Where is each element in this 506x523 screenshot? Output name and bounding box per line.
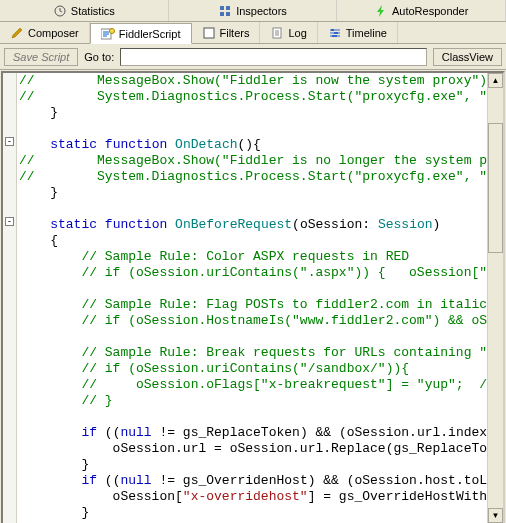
tab-fiddlerscript[interactable]: FiddlerScript	[90, 23, 192, 44]
timeline-icon	[328, 26, 342, 40]
clock-icon	[53, 4, 67, 18]
scroll-up-button[interactable]: ▲	[488, 73, 503, 88]
script-icon	[101, 27, 115, 41]
save-script-button[interactable]: Save Script	[4, 48, 78, 66]
svg-rect-4	[226, 12, 230, 16]
bolt-icon	[374, 4, 388, 18]
svg-rect-3	[220, 12, 224, 16]
pencil-icon	[10, 26, 24, 40]
tab-log[interactable]: Log	[260, 22, 317, 43]
tab-label: FiddlerScript	[119, 28, 181, 40]
fold-gutter: --	[3, 73, 17, 523]
tab-row-1: Statistics Inspectors AutoResponder	[0, 0, 506, 22]
tab-label: Statistics	[71, 5, 115, 17]
tab-filters[interactable]: Filters	[192, 22, 261, 43]
classview-button[interactable]: ClassView	[433, 48, 502, 66]
checkbox-icon	[202, 26, 216, 40]
tab-statistics[interactable]: Statistics	[0, 0, 169, 21]
svg-rect-7	[204, 28, 214, 38]
page-icon	[270, 26, 284, 40]
script-toolbar: Save Script Go to: ClassView	[0, 44, 506, 70]
tab-inspectors[interactable]: Inspectors	[169, 0, 338, 21]
tab-label: Log	[288, 27, 306, 39]
grid-icon	[218, 4, 232, 18]
fold-toggle[interactable]: -	[5, 137, 14, 146]
code-area[interactable]: // MessageBox.Show("Fiddler is now the s…	[17, 73, 487, 523]
tab-label: Timeline	[346, 27, 387, 39]
scroll-thumb-v[interactable]	[488, 123, 503, 253]
vertical-scrollbar[interactable]: ▲ ▼	[487, 73, 503, 523]
tab-autoresponder[interactable]: AutoResponder	[337, 0, 506, 21]
tab-label: Filters	[220, 27, 250, 39]
tab-timeline[interactable]: Timeline	[318, 22, 398, 43]
tab-row-2: Composer FiddlerScript Filters Log Timel…	[0, 22, 506, 44]
svg-rect-10	[334, 32, 338, 34]
goto-label: Go to:	[84, 51, 114, 63]
tab-label: Composer	[28, 27, 79, 39]
svg-rect-9	[331, 29, 334, 31]
scroll-down-button[interactable]: ▼	[488, 508, 503, 523]
code-editor[interactable]: -- // MessageBox.Show("Fiddler is now th…	[1, 71, 505, 523]
svg-rect-2	[226, 6, 230, 10]
goto-input[interactable]	[120, 48, 427, 66]
fold-toggle[interactable]: -	[5, 217, 14, 226]
tab-label: Inspectors	[236, 5, 287, 17]
svg-point-6	[109, 28, 114, 33]
tab-label: AutoResponder	[392, 5, 468, 17]
svg-rect-11	[332, 35, 337, 37]
tab-composer[interactable]: Composer	[0, 22, 90, 43]
svg-rect-1	[220, 6, 224, 10]
